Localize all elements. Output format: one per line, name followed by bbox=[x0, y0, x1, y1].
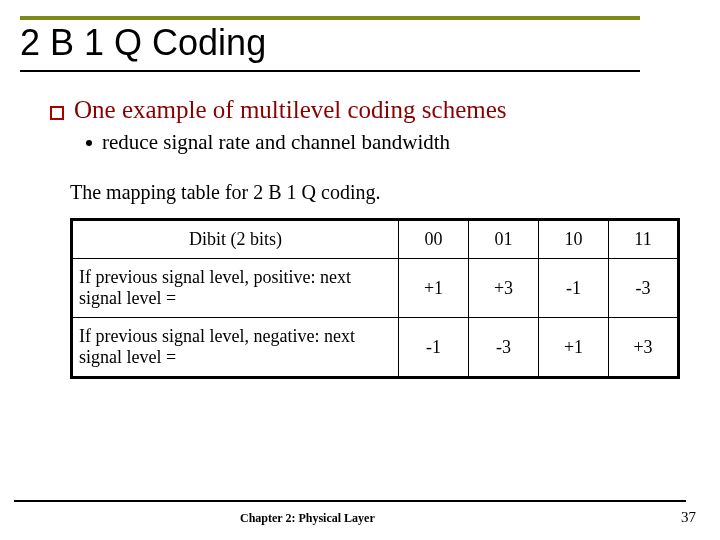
page-number: 37 bbox=[681, 509, 696, 526]
cell: -3 bbox=[469, 318, 539, 378]
header-label: Dibit (2 bits) bbox=[72, 220, 399, 259]
square-bullet-icon bbox=[50, 106, 64, 120]
cell: -3 bbox=[609, 259, 679, 318]
cell: -1 bbox=[399, 318, 469, 378]
header-col: 00 bbox=[399, 220, 469, 259]
cell: +3 bbox=[609, 318, 679, 378]
slide-title: 2 B 1 Q Coding bbox=[20, 22, 266, 64]
bullet-main-row: One example of multilevel coding schemes bbox=[50, 96, 690, 124]
footer-chapter: Chapter 2: Physical Layer bbox=[240, 511, 375, 526]
table-caption: The mapping table for 2 B 1 Q coding. bbox=[70, 181, 690, 204]
row-label: If previous signal level, positive: next… bbox=[72, 259, 399, 318]
dot-bullet-icon bbox=[86, 140, 92, 146]
title-accent-bar bbox=[20, 16, 640, 20]
bullet-main-text: One example of multilevel coding schemes bbox=[74, 96, 507, 124]
bullet-sub-row: reduce signal rate and channel bandwidth bbox=[86, 130, 690, 155]
cell: +3 bbox=[469, 259, 539, 318]
table-row: If previous signal level, negative: next… bbox=[72, 318, 679, 378]
cell: +1 bbox=[539, 318, 609, 378]
table-row: Dibit (2 bits) 00 01 10 11 bbox=[72, 220, 679, 259]
header-col: 01 bbox=[469, 220, 539, 259]
mapping-table: Dibit (2 bits) 00 01 10 11 If previous s… bbox=[70, 218, 680, 379]
cell: -1 bbox=[539, 259, 609, 318]
header-col: 10 bbox=[539, 220, 609, 259]
bullet-sub-text: reduce signal rate and channel bandwidth bbox=[102, 130, 450, 155]
slide: 2 B 1 Q Coding One example of multilevel… bbox=[0, 0, 720, 540]
cell: +1 bbox=[399, 259, 469, 318]
footer-divider bbox=[14, 500, 686, 502]
row-label: If previous signal level, negative: next… bbox=[72, 318, 399, 378]
table-row: If previous signal level, positive: next… bbox=[72, 259, 679, 318]
content-area: One example of multilevel coding schemes… bbox=[50, 96, 690, 379]
header-col: 11 bbox=[609, 220, 679, 259]
title-underline bbox=[20, 70, 640, 72]
